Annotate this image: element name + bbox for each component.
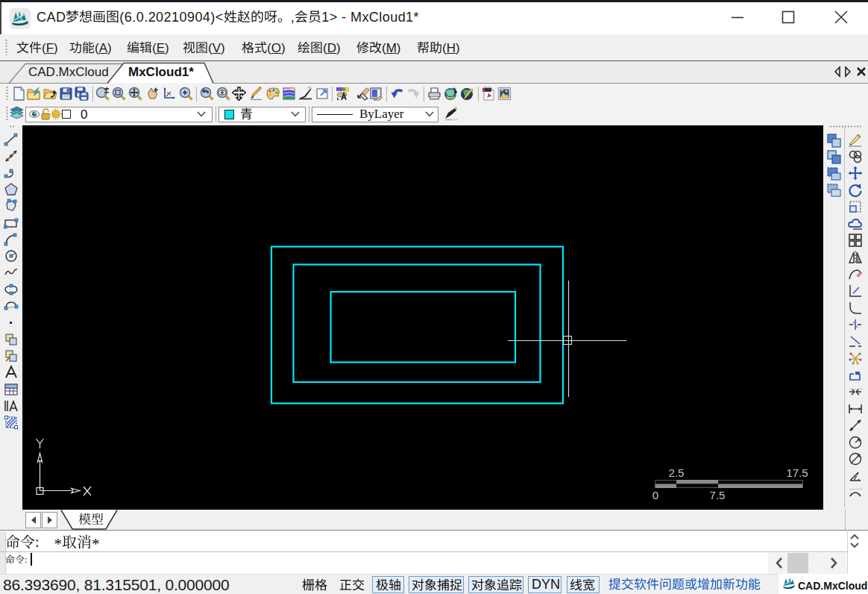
svg-text:2.5: 2.5: [669, 466, 685, 479]
svg-text:0: 0: [652, 489, 658, 501]
svg-text:7.5: 7.5: [710, 489, 726, 501]
svg-text:17.5: 17.5: [786, 466, 808, 479]
